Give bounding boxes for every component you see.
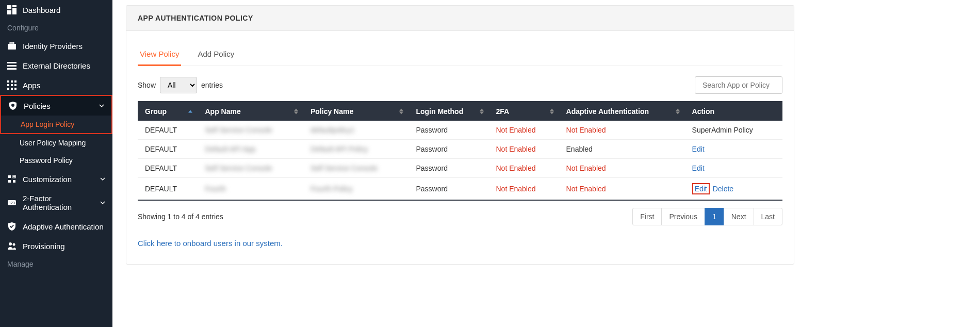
- sidebar-label: Apps: [23, 81, 40, 90]
- tabs: View Policy Add Policy: [138, 34, 782, 66]
- sort-up-icon: [676, 109, 680, 111]
- sidebar-group-configure: Configure: [0, 20, 112, 36]
- table-row: DEFAULTFourthFourth PolicyPasswordNot En…: [138, 178, 782, 201]
- sidebar-group-manage: Manage: [0, 256, 112, 272]
- action-edit[interactable]: Edit: [692, 145, 705, 153]
- svg-rect-5: [10, 42, 14, 44]
- sidebar-subitem-user-policy-mapping[interactable]: User Policy Mapping: [0, 134, 112, 152]
- cell-login-method: Password: [409, 140, 488, 159]
- shield-icon: [8, 101, 18, 110]
- page-next[interactable]: Next: [724, 208, 754, 225]
- chevron-down-icon: [100, 200, 105, 205]
- show-entries: Show All entries: [138, 77, 223, 93]
- sidebar-label: Adaptive Authentication: [23, 222, 104, 231]
- action-delete[interactable]: Delete: [713, 185, 733, 193]
- chevron-down-icon: [99, 103, 104, 108]
- cell-2fa: Not Enabled: [489, 140, 559, 159]
- sidebar-item-customization[interactable]: Customization: [0, 169, 112, 189]
- cell-adaptive: Not Enabled: [559, 159, 685, 178]
- customization-icon: [7, 174, 17, 184]
- sort-down-icon: [399, 112, 403, 115]
- col-app-name[interactable]: App Name: [198, 102, 303, 121]
- cell-adaptive: Not Enabled: [559, 178, 685, 201]
- sidebar-item-external-directories[interactable]: External Directories: [0, 56, 112, 75]
- svg-rect-11: [14, 80, 17, 83]
- cell-login-method: Password: [409, 121, 488, 140]
- dashboard-icon: [7, 5, 17, 14]
- sidebar-label: Policies: [24, 102, 51, 110]
- svg-point-25: [13, 243, 15, 246]
- sidebar-item-dashboard[interactable]: Dashboard: [0, 0, 112, 20]
- col-policy-name[interactable]: Policy Name: [303, 102, 409, 121]
- svg-rect-3: [7, 10, 11, 14]
- cell-login-method: Password: [409, 178, 488, 201]
- sidebar-label: Dashboard: [23, 6, 60, 14]
- shield-check-icon: [7, 222, 17, 231]
- svg-rect-20: [8, 180, 11, 183]
- svg-rect-9: [7, 80, 9, 83]
- sidebar-item-2fa[interactable]: 123 2-Factor Authentication: [0, 189, 112, 217]
- cell-2fa: Not Enabled: [489, 121, 559, 140]
- onboard-link[interactable]: Click here to onboard users in our syste…: [138, 239, 283, 248]
- sidebar-item-adaptive-auth[interactable]: Adaptive Authentication: [0, 217, 112, 236]
- col-login-method[interactable]: Login Method: [409, 102, 488, 121]
- search-input[interactable]: [695, 76, 782, 94]
- onboard-link-container: Click here to onboard users in our syste…: [138, 239, 782, 248]
- sidebar-item-provisioning[interactable]: Provisioning: [0, 236, 112, 256]
- sort-up-icon: [294, 109, 298, 111]
- page-previous[interactable]: Previous: [661, 208, 705, 225]
- sidebar: Dashboard Configure Identity Providers E…: [0, 0, 112, 327]
- col-adaptive[interactable]: Adaptive Authentication: [559, 102, 685, 121]
- page-last[interactable]: Last: [754, 208, 782, 225]
- cell-2fa: Not Enabled: [489, 159, 559, 178]
- cell-app-name: Self Service Console: [198, 121, 303, 140]
- policy-table: Group App Name Policy Name Login Method …: [138, 101, 782, 201]
- chevron-down-icon: [100, 176, 105, 182]
- svg-rect-21: [13, 180, 15, 183]
- action-superadmin: SuperAdmin Policy: [692, 126, 753, 134]
- sidebar-item-policies[interactable]: Policies: [1, 96, 111, 116]
- table-controls: Show All entries: [138, 76, 782, 94]
- col-2fa[interactable]: 2FA: [489, 102, 559, 121]
- action-edit[interactable]: Edit: [692, 164, 705, 172]
- cell-2fa: Not Enabled: [489, 178, 559, 201]
- svg-rect-4: [8, 44, 16, 50]
- sort-up-icon: [188, 110, 192, 113]
- table-row: DEFAULTSelf Service Consoledefaultpolicy…: [138, 121, 782, 140]
- svg-point-24: [9, 242, 12, 246]
- page-1[interactable]: 1: [705, 208, 724, 225]
- cell-group: DEFAULT: [138, 140, 198, 159]
- cell-action: SuperAdmin Policy: [685, 121, 782, 140]
- action-edit[interactable]: Edit: [692, 183, 710, 194]
- cell-policy-name: defaultpolicy1: [303, 121, 409, 140]
- sidebar-label: Customization: [23, 175, 72, 184]
- paginator: First Previous 1 Next Last: [633, 208, 782, 225]
- sidebar-label: External Directories: [23, 61, 90, 70]
- sidebar-item-apps[interactable]: Apps: [0, 75, 112, 95]
- highlighted-sidebar-block: Policies App Login Policy: [0, 95, 112, 134]
- cell-action: Edit: [685, 140, 782, 159]
- svg-rect-1: [12, 5, 17, 7]
- sidebar-subitem-password-policy[interactable]: Password Policy: [0, 152, 112, 169]
- cell-adaptive: Not Enabled: [559, 121, 685, 140]
- svg-rect-14: [14, 84, 17, 86]
- col-group[interactable]: Group: [138, 102, 198, 121]
- col-action: Action: [685, 102, 782, 121]
- table-footer: Showing 1 to 4 of 4 entries First Previo…: [138, 208, 782, 225]
- svg-rect-7: [7, 65, 17, 67]
- entries-select[interactable]: All: [160, 77, 197, 93]
- sidebar-item-identity-providers[interactable]: Identity Providers: [0, 36, 112, 56]
- sidebar-subitem-app-login-policy[interactable]: App Login Policy: [1, 116, 111, 133]
- cell-policy-name: Fourth Policy: [303, 178, 409, 201]
- users-icon: [7, 241, 17, 251]
- page-first[interactable]: First: [632, 208, 662, 225]
- svg-rect-19: [8, 175, 11, 178]
- policy-card: APP AUTHENTICATION POLICY View Policy Ad…: [126, 5, 794, 265]
- svg-text:123: 123: [9, 201, 15, 205]
- tab-view-policy[interactable]: View Policy: [138, 43, 181, 66]
- tab-add-policy[interactable]: Add Policy: [195, 43, 236, 66]
- cell-adaptive: Enabled: [559, 140, 685, 159]
- two-factor-icon: 123: [7, 198, 17, 207]
- svg-rect-6: [7, 62, 17, 63]
- sidebar-label: 2-Factor Authentication: [23, 194, 94, 211]
